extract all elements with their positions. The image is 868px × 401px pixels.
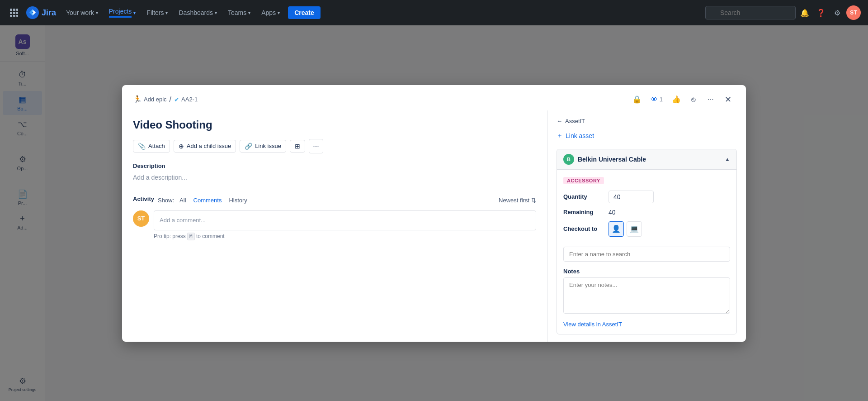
description-section: Description Add a description... (133, 162, 536, 183)
modal-right-panel: ← AssetIT ＋ Link asset B Belkin Universa… (547, 110, 746, 342)
apps-icon: ⊞ (295, 143, 300, 150)
activity-header: Activity Show: All Comments History Newe… (133, 196, 536, 205)
eye-icon: 👁 (651, 95, 658, 104)
remaining-label: Remaining (563, 209, 609, 215)
show-history-button[interactable]: History (227, 196, 249, 205)
breadcrumb: 🏃 Add epic / ✔ AA2-1 (133, 95, 626, 104)
issue-title: Video Shooting (133, 118, 536, 132)
add-epic-breadcrumb[interactable]: 🏃 Add epic (133, 95, 167, 104)
svg-rect-0 (10, 9, 12, 11)
asset-card-body: ACCESSORY Quantity Remaining 40 (557, 170, 736, 334)
comment-input-row: ST Add a comment... (133, 210, 536, 230)
description-input[interactable]: Add a description... (133, 172, 536, 183)
watch-button[interactable]: 👁 1 (647, 94, 666, 105)
add-child-issue-button[interactable]: ⊕ Add a child issue (174, 140, 236, 153)
sort-button[interactable]: Newest first ⇅ (499, 197, 536, 204)
vote-icon[interactable]: 👍 (669, 92, 684, 107)
show-label: Show: (158, 197, 174, 204)
link-asset-plus-icon: ＋ (557, 132, 563, 140)
settings-icon[interactable]: ⚙ (830, 5, 844, 20)
user-avatar[interactable]: ST (846, 5, 861, 20)
modal-left-panel: Video Shooting 📎 Attach ⊕ Add a child is… (122, 110, 547, 342)
checkout-to-label: Checkout to (563, 225, 609, 232)
svg-point-9 (26, 6, 39, 19)
svg-rect-2 (16, 9, 18, 11)
modal-header: 🏃 Add epic / ✔ AA2-1 🔒 👁 1 👍 ⎋ ··· ✕ (122, 85, 746, 110)
toolbar-more-button[interactable]: ··· (309, 139, 323, 153)
asset-card-title: B Belkin Universal Cable (563, 154, 646, 165)
issue-modal: 🏃 Add epic / ✔ AA2-1 🔒 👁 1 👍 ⎋ ··· ✕ (122, 85, 746, 342)
checkout-person-button[interactable]: 👤 (609, 221, 624, 237)
task-breadcrumb[interactable]: ✔ AA2-1 (174, 96, 198, 103)
asset-card-header[interactable]: B Belkin Universal Cable ▲ (557, 149, 736, 170)
person-icon: 👤 (612, 224, 621, 233)
asset-card: B Belkin Universal Cable ▲ ACCESSORY Qua… (557, 149, 737, 334)
notes-textarea[interactable] (563, 277, 730, 314)
link-asset-button[interactable]: ＋ Link asset (557, 130, 594, 142)
activity-label: Activity (133, 196, 154, 202)
nav-filters[interactable]: Filters ▾ (142, 6, 172, 19)
asset-type-tag: ACCESSORY (563, 177, 604, 184)
nav-teams[interactable]: Teams ▾ (223, 6, 255, 19)
pro-tip-key: M (187, 233, 195, 240)
comment-input-field[interactable]: Add a comment... (154, 210, 536, 230)
breadcrumb-separator: / (170, 95, 171, 104)
attach-button[interactable]: 📎 Attach (133, 140, 170, 153)
remaining-value: 40 (609, 209, 616, 216)
close-button[interactable]: ✕ (721, 92, 735, 107)
notifications-icon[interactable]: 🔔 (797, 5, 812, 20)
svg-rect-8 (16, 15, 18, 17)
view-details-link[interactable]: View details in AssetIT (563, 321, 730, 328)
remaining-row: Remaining 40 (563, 209, 730, 216)
svg-rect-7 (13, 15, 15, 17)
checkout-icons: 👤 💻 (609, 221, 642, 237)
sort-icon: ⇅ (531, 197, 536, 204)
activity-filter-row: Activity Show: All Comments History (133, 196, 249, 205)
description-label: Description (133, 162, 536, 169)
toolbar: 📎 Attach ⊕ Add a child issue 🔗 Link issu… (133, 139, 536, 153)
activity-section: Activity Show: All Comments History Newe… (133, 196, 536, 239)
top-navigation: Jira Your work ▾ Projects ▾ Filters ▾ Da… (0, 0, 868, 25)
quantity-row: Quantity (563, 191, 730, 203)
notes-label: Notes (563, 268, 730, 275)
attach-icon: 📎 (138, 143, 146, 150)
search-name-input[interactable] (563, 247, 730, 262)
lock-icon[interactable]: 🔒 (630, 92, 644, 107)
modal-body: Video Shooting 📎 Attach ⊕ Add a child is… (122, 110, 746, 342)
pro-tip: Pro tip: press M to comment (154, 233, 536, 239)
create-button[interactable]: Create (288, 6, 321, 19)
svg-rect-6 (10, 15, 12, 17)
quantity-input[interactable] (609, 191, 654, 203)
svg-rect-4 (13, 12, 15, 14)
search-input[interactable] (705, 6, 796, 19)
jira-logo[interactable]: Jira (23, 6, 60, 19)
svg-rect-3 (10, 12, 12, 14)
link-issue-button[interactable]: 🔗 Link issue (240, 140, 286, 153)
nav-your-work[interactable]: Your work ▾ (61, 6, 103, 19)
show-all-button[interactable]: All (178, 196, 188, 205)
checkout-row: Checkout to 👤 💻 (563, 221, 730, 237)
share-icon[interactable]: ⎋ (686, 92, 701, 107)
modal-overlay: 🏃 Add epic / ✔ AA2-1 🔒 👁 1 👍 ⎋ ··· ✕ (0, 25, 868, 401)
back-to-assetit[interactable]: ← AssetIT (557, 118, 737, 124)
asset-logo: B (563, 154, 574, 165)
comment-user-avatar: ST (133, 210, 149, 227)
help-icon[interactable]: ❓ (814, 5, 828, 20)
checkout-device-button[interactable]: 💻 (627, 221, 642, 237)
grid-menu-icon[interactable] (7, 6, 21, 19)
device-icon: 💻 (630, 224, 639, 233)
link-icon: 🔗 (245, 143, 252, 150)
quantity-label: Quantity (563, 193, 609, 200)
child-issue-icon: ⊕ (179, 143, 184, 150)
modal-header-actions: 🔒 👁 1 👍 ⎋ ··· ✕ (630, 92, 735, 107)
svg-rect-5 (16, 12, 18, 14)
nav-dashboards[interactable]: Dashboards ▾ (174, 6, 222, 19)
apps-button[interactable]: ⊞ (290, 140, 305, 153)
back-arrow-icon: ← (557, 118, 562, 124)
nav-projects[interactable]: Projects ▾ (104, 5, 141, 20)
task-icon: ✔ (174, 96, 179, 103)
show-comments-button[interactable]: Comments (192, 196, 224, 205)
svg-rect-1 (13, 9, 15, 11)
more-options-icon[interactable]: ··· (703, 92, 718, 107)
nav-apps[interactable]: Apps ▾ (257, 6, 284, 19)
